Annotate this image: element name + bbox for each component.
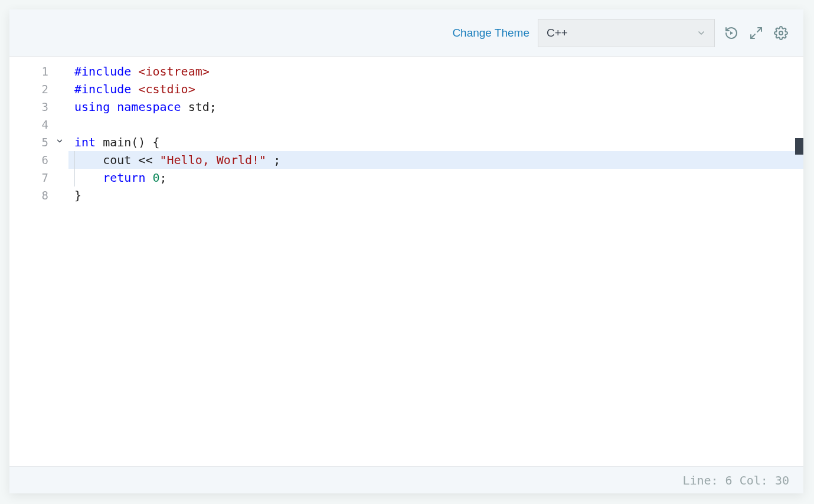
- code-line[interactable]: #include <iostream>: [68, 63, 803, 80]
- line-number-gutter: 12345678: [9, 57, 68, 466]
- code-token: [74, 171, 103, 185]
- code-token: main() {: [96, 135, 159, 149]
- code-line[interactable]: #include <cstdio>: [68, 80, 803, 98]
- line-number: 2: [9, 80, 68, 98]
- expand-icon: [749, 26, 763, 40]
- chevron-down-icon: [697, 28, 706, 38]
- fullscreen-button[interactable]: [748, 25, 764, 41]
- svg-marker-0: [730, 31, 733, 35]
- code-token: ;: [266, 153, 280, 167]
- code-token: "Hello, World!": [160, 153, 267, 167]
- code-token: }: [74, 188, 81, 202]
- code-token: <iostream>: [138, 64, 209, 78]
- scrollbar-thumb[interactable]: [795, 138, 803, 155]
- code-token: using: [74, 100, 110, 114]
- status-bar: Line: 6 Col: 30: [9, 466, 803, 493]
- language-select[interactable]: C++: [538, 19, 715, 47]
- code-token: ;: [160, 171, 167, 185]
- code-line[interactable]: int main() {: [68, 133, 803, 151]
- code-line[interactable]: [68, 116, 803, 133]
- code-token: int: [74, 135, 96, 149]
- indent-guide: [74, 169, 75, 186]
- line-number: 1: [9, 63, 68, 80]
- change-theme-link[interactable]: Change Theme: [452, 27, 529, 40]
- line-number: 7: [9, 169, 68, 186]
- editor-panel: Change Theme C++ 12345678 #include <iost…: [9, 9, 803, 493]
- code-token: cout <<: [74, 153, 160, 167]
- code-editor[interactable]: 12345678 #include <iostream>#include <cs…: [9, 57, 803, 466]
- code-token: return: [103, 171, 145, 185]
- code-line[interactable]: using namespace std;: [68, 98, 803, 116]
- fold-arrow-icon[interactable]: [55, 137, 64, 145]
- line-number: 4: [9, 116, 68, 133]
- reset-icon: [724, 26, 738, 40]
- code-token: [131, 64, 138, 78]
- code-line[interactable]: cout << "Hello, World!" ;: [68, 151, 803, 169]
- line-number: 6: [9, 151, 68, 169]
- code-token: #include: [74, 64, 131, 78]
- code-token: 0: [152, 171, 159, 185]
- code-line[interactable]: }: [68, 186, 803, 204]
- code-token: namespace: [117, 100, 181, 114]
- line-number: 8: [9, 186, 68, 204]
- svg-point-3: [779, 31, 783, 35]
- indent-guide: [74, 151, 75, 169]
- line-number: 5: [9, 133, 68, 151]
- code-token: [131, 82, 138, 96]
- language-selected-label: C++: [547, 27, 568, 40]
- code-line[interactable]: return 0;: [68, 169, 803, 186]
- svg-line-1: [757, 28, 761, 32]
- reset-button[interactable]: [723, 25, 740, 41]
- code-token: std;: [181, 100, 217, 114]
- code-token: <cstdio>: [138, 82, 195, 96]
- code-token: [110, 100, 117, 114]
- gear-icon: [774, 26, 788, 40]
- cursor-position: Line: 6 Col: 30: [682, 473, 789, 487]
- line-number: 3: [9, 98, 68, 116]
- code-content[interactable]: #include <iostream>#include <cstdio>usin…: [68, 57, 803, 466]
- settings-button[interactable]: [773, 25, 789, 41]
- svg-line-2: [751, 34, 755, 38]
- code-token: [145, 171, 152, 185]
- code-token: #include: [74, 82, 131, 96]
- editor-toolbar: Change Theme C++: [9, 9, 803, 57]
